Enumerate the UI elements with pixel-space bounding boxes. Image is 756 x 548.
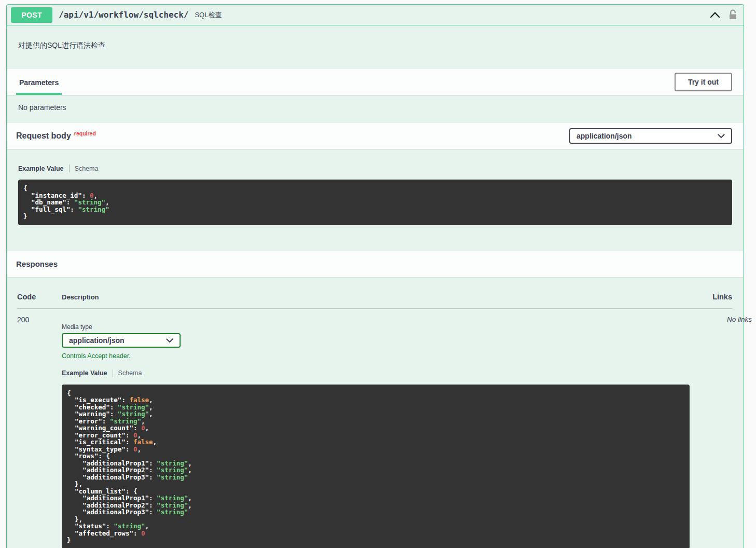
no-links-text: No links: [690, 316, 752, 323]
tab-example-value[interactable]: Example Value: [62, 369, 107, 377]
response-row-200: 200 Media type application/json Controls…: [17, 309, 732, 548]
required-badge: required: [74, 130, 96, 136]
responses-table: Code Description Links 200 Media type ap…: [7, 277, 744, 548]
tab-schema[interactable]: Schema: [75, 165, 99, 172]
request-content-type-select[interactable]: application/json: [569, 128, 732, 144]
tab-example-value[interactable]: Example Value: [18, 165, 64, 172]
chevron-down-icon: [166, 336, 173, 345]
response-content-type-select[interactable]: application/json: [62, 333, 181, 348]
endpoint-summary-text: SQL检查: [195, 10, 222, 20]
column-header-links: Links: [670, 293, 732, 301]
request-body-title: Request body: [16, 131, 71, 140]
request-example-json: { "instance_id": 0, "db_name": "string",…: [18, 180, 732, 225]
endpoint-panel: POST /api/v1/workflow/sqlcheck/ SQL检查 对提…: [6, 4, 744, 548]
no-parameters-message: No parameters: [7, 95, 744, 123]
response-content-type-value: application/json: [69, 336, 125, 345]
request-content-type-value: application/json: [576, 132, 632, 140]
controls-accept-note: Controls Accept header.: [62, 352, 690, 360]
tab-divider: [69, 165, 70, 172]
responses-section-header: Responses: [7, 251, 744, 277]
request-example-section: Example Value Schema { "instance_id": 0,…: [7, 149, 744, 251]
column-header-description: Description: [62, 293, 670, 301]
try-it-out-button[interactable]: Try it out: [675, 73, 732, 91]
parameters-section-header: Parameters Try it out: [7, 69, 744, 95]
request-body-section-header: Request bodyrequired application/json: [7, 123, 744, 149]
response-status-code: 200: [17, 316, 62, 324]
media-type-label: Media type: [62, 323, 690, 331]
http-method-badge: POST: [11, 7, 52, 23]
endpoint-description: 对提供的SQL进行语法检查: [7, 25, 744, 69]
endpoint-path: /api/v1/workflow/sqlcheck/: [59, 10, 188, 20]
chevron-down-icon: [718, 132, 725, 140]
tab-parameters: Parameters: [16, 70, 62, 95]
responses-table-header: Code Description Links: [17, 293, 732, 301]
unlocked-padlock-icon[interactable]: [728, 9, 737, 20]
chevron-up-icon[interactable]: [710, 11, 720, 18]
response-description-cell: Media type application/json Controls Acc…: [62, 316, 690, 548]
response-example-tabs: Example Value Schema: [62, 369, 690, 377]
endpoint-summary[interactable]: POST /api/v1/workflow/sqlcheck/ SQL检查: [7, 5, 744, 25]
tab-divider: [113, 369, 113, 377]
responses-title: Responses: [16, 259, 58, 268]
column-header-code: Code: [17, 293, 62, 301]
response-example-json: { "is_execute": false, "checked": "strin…: [62, 385, 690, 548]
request-example-tabs: Example Value Schema: [18, 165, 732, 172]
tab-schema[interactable]: Schema: [118, 369, 142, 377]
